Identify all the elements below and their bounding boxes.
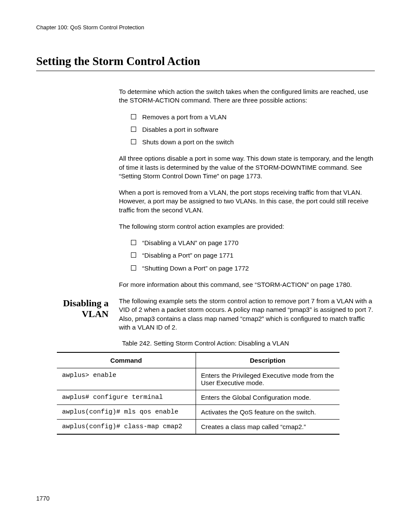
list-item: Shuts down a port on the switch: [131, 138, 375, 146]
body-paragraph: The following storm control action examp…: [119, 222, 375, 231]
description-cell: Enters the Privileged Executive mode fro…: [196, 368, 339, 390]
example-list: “Disabling a VLAN” on page 1770 “Disabli…: [131, 239, 375, 273]
action-list: Removes a port from a VLAN Disables a po…: [131, 113, 375, 147]
list-item: “Disabling a VLAN” on page 1770: [131, 239, 375, 247]
list-item: “Disabling a Port” on page 1771: [131, 251, 375, 260]
command-cell: awplus> enable: [57, 368, 196, 390]
command-cell: awplus(config)# class-map cmap2: [57, 420, 196, 435]
body-paragraph: All three options disable a port in some…: [119, 154, 375, 180]
section-heading-disabling-vlan: Disabling a VLAN: [36, 297, 119, 320]
command-cell: awplus(config)# mls qos enable: [57, 405, 196, 420]
list-item: Disables a port in software: [131, 125, 375, 134]
command-cell: awplus# configure terminal: [57, 390, 196, 405]
table-row: awplus# configure terminal Enters the Gl…: [57, 390, 339, 405]
page-number: 1770: [36, 495, 50, 502]
table-row: awplus(config)# class-map cmap2 Creates …: [57, 420, 339, 435]
command-table: Command Description awplus> enable Enter…: [57, 352, 339, 435]
heading-line: VLAN: [82, 308, 109, 319]
table-header-command: Command: [57, 352, 196, 368]
description-cell: Enters the Global Configuration mode.: [196, 390, 339, 405]
table-caption: Table 242. Setting Storm Control Action:…: [36, 339, 375, 347]
body-paragraph: For more information about this command,…: [119, 280, 375, 289]
chapter-header: Chapter 100: QoS Storm Control Protectio…: [36, 24, 375, 31]
intro-paragraph: To determine which action the switch tak…: [119, 87, 375, 105]
table-row: awplus(config)# mls qos enable Activates…: [57, 405, 339, 420]
heading-line: Disabling a: [63, 298, 109, 308]
body-paragraph: When a port is removed from a VLAN, the …: [119, 188, 375, 215]
description-cell: Activates the QoS feature on the switch.: [196, 405, 339, 420]
table-row: awplus> enable Enters the Privileged Exe…: [57, 368, 339, 390]
list-item: Removes a port from a VLAN: [131, 113, 375, 121]
page-title: Setting the Storm Control Action: [36, 55, 375, 71]
table-header-description: Description: [196, 352, 339, 368]
list-item: “Shutting Down a Port” on page 1772: [131, 264, 375, 273]
section-body: The following example sets the storm con…: [119, 297, 375, 332]
description-cell: Creates a class map called “cmap2.”: [196, 420, 339, 435]
